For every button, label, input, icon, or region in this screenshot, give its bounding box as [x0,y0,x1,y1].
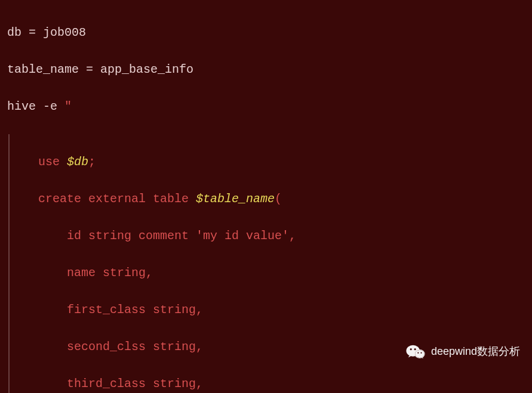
svg-point-7 [420,352,422,354]
code-text: table_name [7,63,86,76]
code-editor[interactable]: db = job008 table_name = app_base_info h… [7,5,532,393]
code-line: hive -e " [7,97,532,116]
svg-point-4 [410,348,412,350]
code-text: ; [88,155,96,169]
wechat-icon [406,344,425,360]
svg-point-3 [415,350,425,358]
code-text: hive -e [7,100,64,113]
variable-token: $db [67,155,88,169]
code-text: id string comment 'my id value', [10,229,296,243]
code-line: third_class string, [10,375,532,393]
variable-token: $table_name [196,192,275,206]
svg-point-5 [414,348,416,350]
code-text: = app_base_info [86,63,193,76]
code-text: db [7,26,29,39]
code-text: third_class string, [10,377,203,391]
code-text: create external table [10,192,196,206]
code-line: db = job008 [7,23,532,42]
code-line: table_name = app_base_info [7,60,532,79]
code-text: = job008 [29,26,86,39]
code-line: create external table $table_name( [10,190,532,208]
code-text: second_clss string, [10,340,203,354]
code-line: id string comment 'my id value', [10,227,532,245]
code-text: use [10,155,67,169]
code-text: ( [275,192,282,206]
code-text: " [64,100,72,113]
code-line: name string, [10,264,532,282]
svg-point-6 [417,352,419,354]
code-line: use $db; [10,153,532,171]
watermark-text: deepwind数据分析 [431,344,520,360]
code-line: first_class string, [10,301,532,319]
code-text: name string, [10,266,153,280]
watermark: deepwind数据分析 [406,344,520,360]
code-text: first_class string, [10,303,203,317]
